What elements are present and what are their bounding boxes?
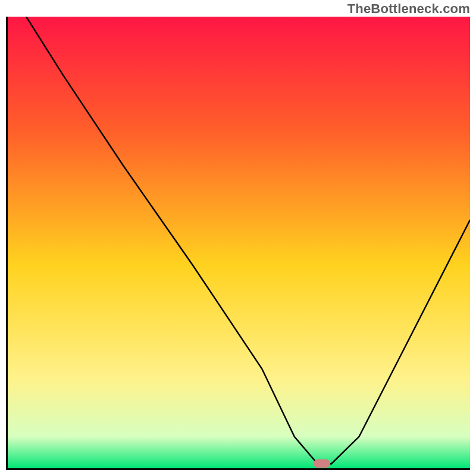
optimal-point-marker: [314, 459, 330, 468]
bottleneck-curve: [8, 17, 470, 468]
chart-stage: TheBottleneck.com: [0, 0, 476, 476]
plot-area: [6, 17, 470, 470]
watermark-text: TheBottleneck.com: [347, 1, 470, 17]
